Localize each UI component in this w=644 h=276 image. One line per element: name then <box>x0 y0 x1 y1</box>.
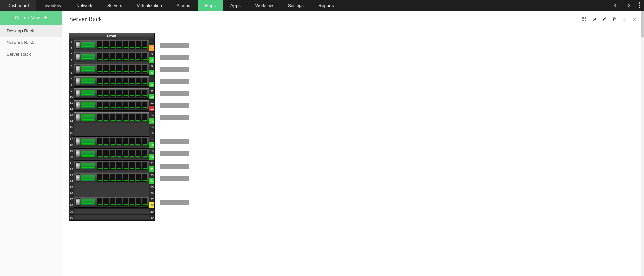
plus-icon: + <box>44 15 47 21</box>
drive-bay-icon <box>103 150 109 157</box>
lcd-icon <box>81 42 95 48</box>
unit-status-23: 23 <box>149 172 154 178</box>
device-label-u27[interactable] <box>160 200 189 205</box>
drive-bay-icon <box>97 41 103 49</box>
device-label-u7[interactable] <box>160 79 189 84</box>
rack-device-u27[interactable] <box>74 197 149 208</box>
create-new-button[interactable]: Create New + <box>0 11 62 25</box>
device-label-u3[interactable] <box>160 55 189 60</box>
device-label-u19[interactable] <box>160 151 189 156</box>
device-label-u1[interactable] <box>160 43 189 48</box>
unit-status-10[interactable]: 10 <box>149 94 154 99</box>
rack-device-u23[interactable] <box>74 173 149 183</box>
rack-device-u11[interactable] <box>74 100 149 111</box>
unit-number-left: 19 <box>69 148 74 154</box>
sidebar-item-server-rack[interactable]: Server Rack <box>0 48 62 60</box>
scrollbar-thumb[interactable] <box>641 11 644 38</box>
drive-bay-icon <box>142 174 148 182</box>
drive-bay-icon <box>123 65 129 73</box>
unit-status-25: 25 <box>149 184 154 190</box>
rack-device-u5[interactable] <box>74 64 149 75</box>
drive-bay-icon <box>110 65 116 73</box>
nav-tab-apps[interactable]: Apps <box>223 0 248 11</box>
unit-status-12[interactable]: 12 <box>149 106 154 111</box>
drive-bay-icon <box>135 198 141 206</box>
unit-number-left: 18 <box>69 142 74 148</box>
lcd-icon <box>81 90 95 96</box>
unit-number-left: 4 <box>69 57 74 63</box>
nav-tab-network[interactable]: Network <box>69 0 100 11</box>
sidebar-item-network-rack[interactable]: Network Rack <box>0 37 62 48</box>
nav-tab-maps[interactable]: Maps <box>198 0 223 11</box>
kebab-menu-button[interactable] <box>635 0 644 11</box>
nav-next-button[interactable] <box>622 0 635 11</box>
device-label-u13[interactable] <box>160 115 189 120</box>
unit-status-11: 11 <box>149 100 154 105</box>
device-label-u23[interactable] <box>160 176 189 181</box>
nav-tab-reports[interactable]: Reports <box>311 0 341 11</box>
nav-tab-dashboard[interactable]: Dashboard <box>0 0 36 11</box>
drive-bays <box>97 78 148 85</box>
sidebar-item-desktop-rack[interactable]: Desktop Rack <box>0 25 62 37</box>
nav-tab-alarms[interactable]: Alarms <box>169 0 198 11</box>
unit-status-24[interactable]: 24 <box>149 178 154 184</box>
nav-tab-settings[interactable]: Settings <box>281 0 311 11</box>
popout-icon[interactable] <box>592 17 597 22</box>
drive-bay-icon <box>142 78 148 85</box>
drive-bay-icon <box>123 174 129 182</box>
device-label-u17[interactable] <box>160 139 189 144</box>
device-label-u5[interactable] <box>160 67 189 72</box>
drive-bays <box>97 138 148 145</box>
drive-bay-icon <box>129 41 135 49</box>
device-label-u21[interactable] <box>160 164 189 169</box>
drive-bay-icon <box>103 174 109 182</box>
rack-device-u1[interactable] <box>74 40 149 50</box>
unit-status-8[interactable]: 8 <box>149 82 154 87</box>
drive-bays <box>97 53 148 61</box>
scrollbar-track[interactable] <box>641 11 644 276</box>
rack-device-u19[interactable] <box>74 148 149 159</box>
rack-unit-29: 2929 <box>69 208 154 214</box>
rack-device-u7[interactable] <box>74 76 149 87</box>
drive-bay-icon <box>116 174 122 182</box>
rack-canvas: Front 1122334455667788991010111112121313… <box>62 27 644 227</box>
unit-status-2[interactable]: 2 <box>149 45 154 51</box>
nav-tab-servers[interactable]: Servers <box>100 0 130 11</box>
drive-bay-icon <box>97 114 103 121</box>
drive-bay-icon <box>103 162 109 170</box>
unit-number-left: 10 <box>69 94 74 99</box>
rack-device-u9[interactable] <box>74 88 149 99</box>
grid-view-icon[interactable] <box>582 17 587 22</box>
unit-status-4[interactable]: 4 <box>149 57 154 63</box>
drive-bay-icon <box>123 114 129 121</box>
unit-status-18[interactable]: 18 <box>149 142 154 148</box>
unit-number-left: 14 <box>69 118 74 124</box>
nav-tab-inventory[interactable]: Inventory <box>36 0 69 11</box>
nav-arrows <box>609 0 635 11</box>
close-icon[interactable] <box>632 17 637 22</box>
drive-bays <box>97 198 148 206</box>
trash-icon[interactable] <box>612 17 617 22</box>
unit-number-left: 3 <box>69 51 74 57</box>
unit-status-14[interactable]: 14 <box>149 118 154 124</box>
unit-status-26: 26 <box>149 190 154 196</box>
unit-status-20[interactable]: 20 <box>149 154 154 160</box>
rack-device-u3[interactable] <box>74 52 149 62</box>
rack-device-u13[interactable] <box>74 112 149 123</box>
unit-status-28[interactable]: 28 <box>149 202 154 208</box>
nav-prev-button[interactable] <box>609 0 622 11</box>
device-label-u9[interactable] <box>160 91 189 96</box>
drive-bay-icon <box>129 174 135 182</box>
nav-tab-virtualization[interactable]: Virtualization <box>130 0 169 11</box>
unit-slot <box>74 184 149 190</box>
device-label-u11[interactable] <box>160 103 189 108</box>
unit-status-6[interactable]: 6 <box>149 70 154 75</box>
drive-bay-icon <box>123 138 129 145</box>
unit-status-22[interactable]: 22 <box>149 166 154 172</box>
nav-tab-workflow[interactable]: Workflow <box>248 0 281 11</box>
rack-device-u21[interactable] <box>74 160 149 171</box>
rack-unit-30: 3030 <box>69 214 154 220</box>
rack-device-u17[interactable] <box>74 136 149 147</box>
edit-icon[interactable] <box>602 17 607 22</box>
drive-bay-icon <box>123 41 129 49</box>
